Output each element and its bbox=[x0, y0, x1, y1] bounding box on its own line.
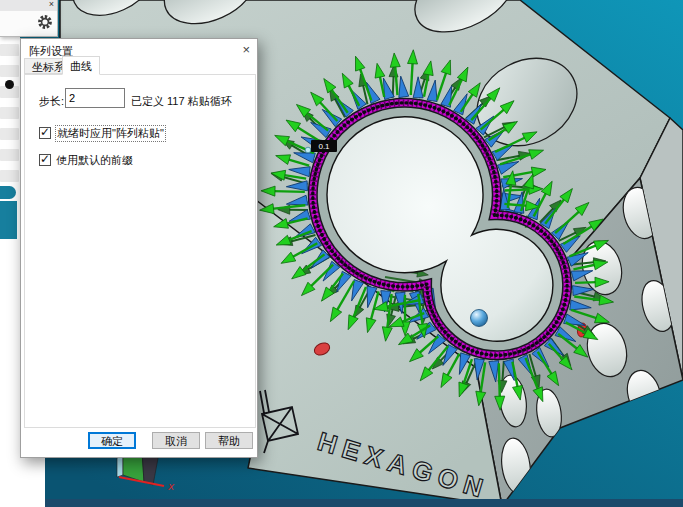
help-button[interactable]: 帮助 bbox=[205, 432, 253, 449]
axis-x-label: X bbox=[167, 482, 175, 492]
step-length-input[interactable] bbox=[65, 88, 125, 108]
teal-accent-pill bbox=[0, 186, 16, 199]
panel-row[interactable] bbox=[0, 44, 19, 56]
panel-row[interactable] bbox=[0, 65, 19, 77]
gear-icon[interactable] bbox=[36, 13, 54, 31]
panel-row[interactable] bbox=[0, 128, 19, 140]
ok-button[interactable]: 确定 bbox=[88, 432, 136, 449]
close-icon[interactable]: × bbox=[242, 42, 250, 57]
panel-row[interactable] bbox=[0, 149, 19, 161]
panel-row[interactable] bbox=[0, 170, 19, 182]
tab-curve[interactable]: 曲线 bbox=[62, 56, 100, 75]
step-length-label: 步长: bbox=[39, 94, 64, 109]
panel-row[interactable] bbox=[0, 107, 19, 119]
use-default-prefix-checkbox[interactable] bbox=[39, 154, 51, 166]
bullet-icon bbox=[5, 80, 14, 89]
probe-sphere bbox=[471, 310, 488, 327]
mini-toolbar: × bbox=[0, 0, 58, 37]
navy-bar bbox=[45, 499, 683, 507]
use-default-prefix-label: 使用默认的前缀 bbox=[56, 153, 133, 168]
apply-array-paste-label: 就绪时应用"阵列粘贴" bbox=[56, 126, 165, 141]
close-icon[interactable]: × bbox=[49, 0, 54, 10]
array-settings-dialog: 阵列设置 × 坐标系 曲线 步长: 已定义 117 粘贴循环 就绪时应用"阵列粘… bbox=[20, 38, 258, 458]
cancel-button[interactable]: 取消 bbox=[152, 432, 200, 449]
measure-point-dot bbox=[305, 147, 311, 153]
application-window: HEXAGON 0.1 bbox=[0, 0, 683, 507]
teal-accent-block bbox=[0, 201, 17, 239]
svg-text:0.1: 0.1 bbox=[318, 142, 330, 151]
docked-panel-bottom bbox=[0, 458, 45, 507]
apply-array-paste-checkbox[interactable] bbox=[39, 127, 51, 139]
mini-toolbar-titlebar: × bbox=[0, 0, 57, 11]
docked-panel-strip bbox=[0, 36, 20, 458]
defined-count-text: 已定义 117 粘贴循环 bbox=[131, 94, 232, 109]
